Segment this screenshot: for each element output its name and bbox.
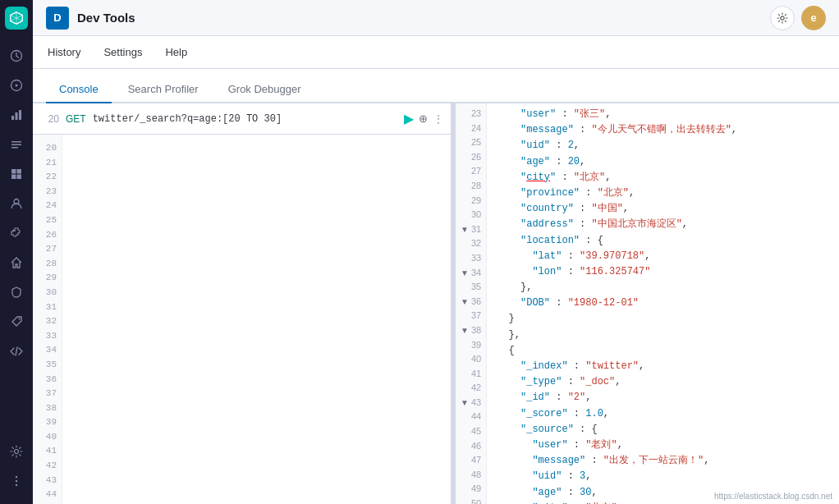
left-code-content[interactable]	[62, 135, 451, 504]
right-code-line: "province" : "北京",	[497, 186, 829, 201]
svg-point-19	[781, 16, 784, 19]
main-content: D Dev Tools e History Settings Help Cons…	[33, 0, 839, 504]
svg-rect-10	[17, 169, 22, 174]
query-actions: ▶ ⊕ ⋮	[404, 111, 444, 126]
svg-rect-4	[16, 112, 18, 120]
right-code-line: "city" : "北京",	[497, 170, 829, 186]
right-code-line: "uid" : 3,	[497, 469, 829, 484]
drag-handle[interactable]: ⋮	[433, 112, 444, 126]
topbar-actions: e	[770, 6, 826, 30]
sidebar-icon-compass[interactable]	[3, 72, 30, 99]
editor-area: 20 GET twitter/_search?q=age:[20 TO 30] …	[33, 103, 839, 504]
right-code-line: }	[497, 311, 829, 327]
run-button[interactable]: ▶	[404, 111, 414, 126]
svg-rect-7	[11, 144, 21, 146]
right-code-line: "location" : {	[497, 233, 829, 249]
right-pane: 2324252627282930▼ 313233▼ 3435▼ 3637▼ 38…	[456, 103, 839, 504]
query-bar: 20 GET twitter/_search?q=age:[20 TO 30] …	[33, 103, 451, 135]
right-code-line: },	[497, 328, 829, 343]
sidebar-icon-puzzle[interactable]	[3, 220, 30, 246]
nav-history[interactable]: History	[46, 36, 82, 69]
svg-point-18	[16, 484, 17, 486]
tab-console[interactable]: Console	[46, 76, 112, 103]
nav-settings[interactable]: Settings	[102, 36, 144, 69]
left-code-area: 2021222324 2526272829 3031323334 3536373…	[33, 135, 451, 504]
nav-help[interactable]: Help	[163, 36, 189, 69]
tab-search-profiler[interactable]: Search Profiler	[115, 76, 212, 103]
right-code-line: },	[497, 280, 829, 296]
topbar: D Dev Tools e	[33, 0, 839, 36]
query-method: GET	[66, 113, 86, 125]
svg-point-14	[19, 318, 21, 320]
right-code-line: "age" : 20,	[497, 154, 829, 170]
watermark: https://elasticstack.blog.csdn.net	[714, 492, 832, 501]
right-code-line: "user" : "张三",	[497, 107, 829, 122]
sidebar-icon-clock[interactable]	[3, 43, 30, 69]
nav-bar: History Settings Help	[33, 36, 839, 69]
right-code-line: "message" : "今儿天气不错啊，出去转转去",	[497, 122, 829, 138]
right-code-line: "message" : "出发，下一站云南！",	[497, 453, 829, 469]
left-pane: 20 GET twitter/_search?q=age:[20 TO 30] …	[33, 103, 452, 504]
settings-button[interactable]	[770, 6, 795, 30]
tabs-bar: Console Search Profiler Grok Debugger	[33, 69, 839, 103]
right-code-line: "_source" : {	[497, 422, 829, 438]
right-code-line: "lon" : "116.325747"	[497, 264, 829, 280]
right-code-line: "country" : "中国",	[497, 201, 829, 217]
user-avatar[interactable]: e	[801, 6, 826, 30]
svg-rect-9	[11, 169, 16, 174]
query-settings-icon[interactable]: ⊕	[419, 112, 428, 125]
query-line-number: 20	[39, 113, 59, 125]
app-logo[interactable]	[5, 7, 28, 30]
right-code-line: {	[497, 343, 829, 359]
right-code-content[interactable]: "user" : "张三", "message" : "今儿天气不错啊，出去转转…	[487, 103, 839, 504]
svg-rect-8	[11, 147, 18, 149]
sidebar-icon-list[interactable]	[3, 131, 30, 158]
app-title: Dev Tools	[77, 11, 770, 25]
right-code-line: "city" : "北京",	[497, 501, 829, 504]
left-line-numbers: 2021222324 2526272829 3031323334 3536373…	[33, 135, 62, 504]
sidebar-icon-chart[interactable]	[3, 102, 30, 128]
svg-rect-5	[19, 110, 21, 120]
query-path[interactable]: twitter/_search?q=age:[20 TO 30]	[93, 113, 397, 125]
right-code-line: "_id" : "2",	[497, 390, 829, 405]
sidebar-icon-shield[interactable]	[3, 279, 30, 305]
sidebar-icon-home[interactable]	[3, 250, 30, 276]
sidebar	[0, 0, 33, 504]
svg-point-16	[16, 476, 17, 478]
right-code-line: "_score" : 1.0,	[497, 406, 829, 422]
sidebar-icon-dashboard[interactable]	[3, 161, 30, 187]
app-icon: D	[46, 7, 69, 30]
svg-point-2	[16, 85, 18, 87]
svg-rect-3	[11, 116, 14, 120]
sidebar-icon-code[interactable]	[3, 338, 30, 364]
right-code-line: "lat" : "39.970718",	[497, 249, 829, 264]
right-code-line: "_index" : "twitter",	[497, 359, 829, 374]
right-code-line: "DOB" : "1980-12-01"	[497, 296, 829, 311]
sidebar-icon-user[interactable]	[3, 190, 30, 217]
right-code-line: "uid" : 2,	[497, 138, 829, 153]
right-code-line: "user" : "老刘",	[497, 438, 829, 453]
svg-rect-12	[17, 175, 22, 180]
right-line-numbers: 2324252627282930▼ 313233▼ 3435▼ 3637▼ 38…	[456, 103, 487, 504]
svg-rect-6	[11, 141, 21, 143]
svg-point-17	[16, 480, 17, 482]
sidebar-icon-settings[interactable]	[3, 438, 30, 465]
right-code-line: "address" : "中国北京市海淀区",	[497, 217, 829, 232]
svg-point-15	[15, 450, 19, 454]
tab-grok-debugger[interactable]: Grok Debugger	[215, 76, 314, 103]
sidebar-icon-more[interactable]	[3, 468, 30, 494]
right-code-line: "_type" : "_doc",	[497, 374, 829, 390]
svg-rect-11	[11, 175, 16, 180]
sidebar-icon-tag[interactable]	[3, 309, 30, 335]
